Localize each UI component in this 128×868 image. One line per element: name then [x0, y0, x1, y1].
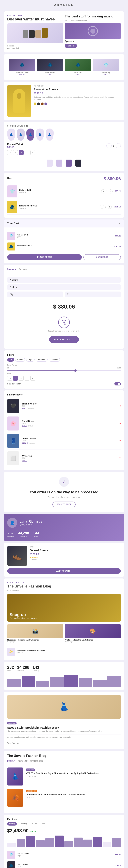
product-list-item-1[interactable]: 🌸 Floral Dress H&M $55.0 $75.0 ♥ — [7, 415, 121, 432]
cart-item-1[interactable]: 🧥 Reversible Anorak Yellow · L − 1 + $30… — [7, 199, 121, 215]
cart-mini-item-0[interactable]: 👕 Fishnet Shirt Qty: 1 $80.21 — [7, 231, 121, 241]
shoe-price: $120.00 — [30, 553, 48, 556]
shoe-category: Shoes — [30, 546, 48, 548]
followers-label-2: Followers — [17, 670, 29, 672]
shipping-name-field[interactable]: Alabama — [7, 277, 121, 283]
ebar-0 — [7, 843, 16, 847]
size-l[interactable]: L — [25, 150, 29, 155]
comment-input[interactable] — [7, 740, 121, 746]
blog-featured-title: Snug-up — [9, 613, 37, 617]
stat-followers-2: 34,298 Followers — [17, 665, 29, 672]
close-icon[interactable]: ✕ — [119, 222, 121, 225]
sale-toggle[interactable] — [115, 382, 121, 385]
color-black[interactable] — [37, 102, 40, 105]
color-brown[interactable] — [41, 102, 43, 105]
month-jan[interactable]: January — [7, 822, 17, 826]
product-card-0[interactable]: 🧥 Reversible Anorak $301.15 — [9, 59, 35, 75]
size-s[interactable]: S — [13, 150, 18, 155]
add-more-button[interactable]: + ADD MORE — [84, 254, 121, 260]
size-xl[interactable]: XL — [30, 150, 35, 155]
filter-fashion[interactable]: Fashion — [49, 358, 60, 362]
month-feb[interactable]: February — [19, 822, 29, 826]
back-to-shop-button[interactable]: BACK TO SHOP — [53, 502, 76, 507]
ep-name-0: Fishnet Tshirt — [17, 853, 114, 855]
earning-product-0[interactable]: 👕 Fishnet Tshirt Purple · M $80.21 — [7, 849, 121, 860]
explore-button[interactable]: Explore — [65, 44, 77, 48]
shipping-address-field[interactable]: Fashion — [7, 284, 121, 290]
filter-shoes[interactable]: Shoes — [15, 358, 25, 362]
size-filter-row: XS S M L XL — [7, 376, 121, 381]
cart-minus-1[interactable]: − — [100, 205, 104, 209]
month-apr[interactable]: April — [40, 822, 47, 826]
product-card-2[interactable]: 🧥 Parka Coat $245.0 — [65, 59, 91, 75]
dress-s[interactable]: 👗 — [17, 128, 25, 141]
cart-mini-item-1[interactable]: 🧥 Reversible Anorak Qty: 1 $301.15 — [7, 241, 121, 252]
size-filter-xs[interactable]: XS — [7, 376, 12, 381]
qty-minus[interactable]: − — [106, 143, 111, 148]
cart-mini-qty-1: Qty: 1 — [17, 247, 113, 248]
shipping-zip-field[interactable]: Zip — [65, 291, 121, 297]
place-order-final-button[interactable]: PLACE ORDER → — [49, 336, 78, 343]
hero-tag: BESTSELLING — [7, 14, 63, 17]
shipping-city-field[interactable]: City — [7, 291, 63, 297]
size-filter-xl[interactable]: XL — [30, 376, 35, 381]
stat-likes: 143 Likes — [33, 531, 39, 537]
ebar-5 — [55, 836, 64, 847]
product-card-3[interactable]: 👕 Fishnet Top $80.21 — [93, 59, 119, 75]
cart-item-info-0: Fishnet Tshirt Purple · M — [19, 189, 99, 194]
size-filter-l[interactable]: L — [25, 376, 29, 381]
blog-article-2-title: Etiam condim at tellus. Tincidunt — [17, 650, 121, 652]
blog-card-meta-1: 3 days ago — [65, 641, 121, 643]
size-filter-m[interactable]: M — [19, 376, 24, 381]
heart-icon-1[interactable]: ♥ — [119, 422, 121, 425]
product-list-item-3[interactable]: ⬜ White Tee COS $35.0 ♡ — [7, 450, 121, 467]
heart-icon-0[interactable]: ♥ — [119, 405, 121, 407]
pl-old-price-1: $75.0 — [28, 425, 33, 427]
fishnet-name: Fishnet Tshirt — [7, 143, 23, 146]
cart-plus-0[interactable]: + — [108, 189, 113, 193]
blog-full-article-0[interactable]: 👗 FASHION NYF: The Best Street Style Mom… — [7, 768, 121, 785]
qty-plus[interactable]: + — [116, 143, 121, 148]
slider-thumb[interactable] — [74, 369, 76, 372]
filter-all[interactable]: All — [7, 358, 14, 362]
filter-tops[interactable]: Tops — [26, 358, 35, 362]
blog-tab-popular[interactable]: POPULAR — [18, 760, 28, 764]
size-filter-s[interactable]: S — [13, 376, 18, 381]
earning-product-1[interactable]: 🧥 Black Jacket Black · L $189.0 — [7, 860, 121, 868]
product-list-info-0: Black Sweater Zara $89.0 $120.0 — [22, 402, 117, 410]
heart-icon-2[interactable]: ♥ — [119, 439, 121, 442]
dress-xl[interactable]: 👗 — [45, 128, 54, 141]
filter-bottoms[interactable]: Bottoms — [36, 358, 47, 362]
blog-article-0[interactable]: 📸 Maximus pede nibh pharetra lobortis 2 … — [7, 624, 63, 644]
price-slider[interactable] — [7, 370, 121, 371]
size-m[interactable]: M — [19, 150, 24, 155]
tab-payment[interactable]: Payment — [19, 268, 27, 272]
add-to-cart-button[interactable]: ADD TO CART + — [7, 568, 121, 574]
blog-article-1[interactable]: 🎨 Photo condim at tellus. Pellentes 3 da… — [65, 624, 121, 644]
dress-xs[interactable]: 👗 — [7, 128, 15, 141]
color-purple[interactable] — [44, 102, 47, 105]
place-order-button[interactable]: PLACE ORDER — [7, 254, 82, 260]
dress-m[interactable]: 👗 — [26, 128, 34, 141]
tab-shipping[interactable]: Shipping — [7, 268, 16, 272]
product-list-img-1: 🌸 — [7, 416, 19, 431]
qty-value: 1 — [113, 144, 115, 147]
cart-minus-0[interactable]: − — [101, 189, 105, 193]
blog-full-article-1[interactable]: 🍂 LOOKBOOK October: In color and abstrac… — [7, 789, 121, 807]
cart-item-0[interactable]: 👕 Fishnet Tshirt Purple · M − 1 + $80.21 — [7, 184, 121, 199]
color-yellow[interactable] — [34, 102, 36, 105]
product-list-item-0[interactable]: 🖤 Black Sweater Zara $89.0 $120.0 ♥ — [7, 398, 121, 415]
product-card-1[interactable]: 🧥 Down Jacket $189.0 — [37, 59, 63, 75]
month-mar[interactable]: March — [30, 822, 39, 826]
ebar-11 — [112, 838, 121, 847]
blog-article-2-row[interactable]: ✨ Etiam condim at tellus. Tincidunt Sara… — [7, 646, 121, 657]
blog-tab-recent[interactable]: RECENT — [7, 760, 15, 764]
dress-l[interactable]: 👗 — [36, 128, 44, 141]
size-xs[interactable]: XS — [7, 150, 12, 155]
product-list-item-2[interactable]: 👖 Denim Jacket Levis $120.0 $160.0 ♥ — [7, 432, 121, 450]
blog-tab-sponsored[interactable]: SPONSORED — [30, 760, 43, 764]
heart-icon-3[interactable]: ♡ — [119, 457, 121, 460]
size-row: XS S M L XL — [7, 150, 121, 155]
cart-plus-1[interactable]: + — [107, 205, 111, 209]
product-grid-section: 🧥 Reversible Anorak $301.15 🧥 Down Jacke… — [4, 54, 124, 80]
